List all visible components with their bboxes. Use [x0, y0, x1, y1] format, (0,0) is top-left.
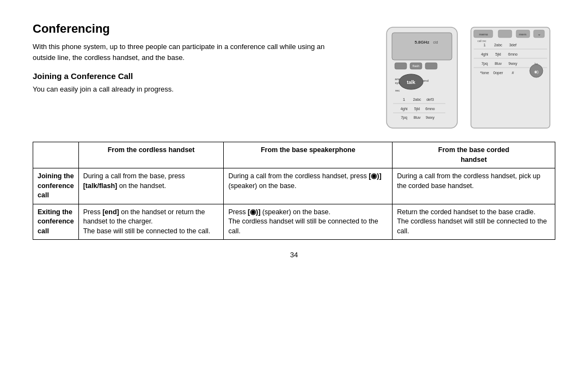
svg-text:mem: mem [519, 33, 526, 36]
cell-exiting-base-corded: Return the corded handset to the base cr… [393, 204, 555, 240]
text-content: Conferencing With this phone system, up … [33, 22, 348, 95]
svg-text:7pq: 7pq [481, 62, 488, 66]
svg-rect-1 [392, 33, 452, 60]
table-header-cordless: From the cordless handset [78, 142, 224, 168]
subheading: Joining a Conference Call [33, 71, 348, 81]
row-label-joining: Joining theconferencecall [33, 168, 79, 204]
svg-text:5.8GHz: 5.8GHz [414, 40, 429, 45]
cell-exiting-cordless: Press [end] on the handset or return the… [78, 204, 224, 240]
svg-text:6mno: 6mno [425, 107, 435, 111]
table-header-base-speaker: From the base speakerphone [224, 142, 393, 168]
svg-text:2abc: 2abc [494, 43, 503, 47]
phone-image: 5.8GHz cid flash talk ans sys end rec 1 … [381, 22, 555, 131]
svg-text:def3: def3 [426, 98, 434, 101]
svg-text:#: # [512, 71, 514, 75]
svg-text:8tuv: 8tuv [413, 116, 421, 119]
table-row-exiting: Exiting theconferencecall Press [end] on… [33, 204, 555, 240]
svg-text:call rec: call rec [477, 39, 486, 43]
svg-text:0oper: 0oper [493, 71, 504, 75]
svg-rect-45 [498, 30, 512, 38]
svg-text:8tuv: 8tuv [494, 62, 502, 65]
svg-text:7pq: 7pq [401, 116, 407, 120]
svg-text:*tone: *tone [480, 71, 489, 75]
svg-rect-4 [395, 63, 407, 69]
svg-text:ans: ans [395, 77, 400, 81]
svg-text:sys: sys [395, 81, 400, 84]
svg-text:6mno: 6mno [508, 52, 518, 56]
svg-text:fax: fax [535, 62, 538, 65]
svg-text:flash: flash [413, 64, 420, 68]
header-section: Conferencing With this phone system, up … [33, 22, 555, 131]
cell-joining-base-speaker: During a call from the cordless handset,… [224, 168, 393, 204]
table-row-joining: Joining theconferencecall During a call … [33, 168, 555, 204]
table-header-base-corded: From the base cordedhandset [393, 142, 555, 168]
page-number: 34 [33, 251, 555, 259]
svg-text:5jkl: 5jkl [414, 107, 420, 111]
row-label-exiting: Exiting theconferencecall [33, 204, 79, 240]
page-container: Conferencing With this phone system, up … [33, 22, 555, 259]
intro-text: With this phone system, up to three peop… [33, 41, 348, 63]
svg-text:3def: 3def [509, 43, 517, 47]
svg-text:1: 1 [403, 97, 406, 102]
page-title: Conferencing [33, 22, 348, 36]
svg-text:⌄: ⌄ [537, 32, 541, 37]
svg-text:talk: talk [407, 80, 416, 85]
svg-text:4ghi: 4ghi [400, 107, 408, 111]
cell-joining-base-corded: During a call from the cordless handset,… [393, 168, 555, 204]
svg-rect-7 [425, 63, 437, 69]
svg-text:2abc: 2abc [413, 98, 421, 101]
svg-text:1: 1 [483, 43, 486, 47]
svg-text:9wxy: 9wxy [426, 116, 434, 120]
conference-table: From the cordless handset From the base … [33, 142, 555, 240]
svg-text:9wxy: 9wxy [509, 62, 517, 66]
svg-text:◉): ◉) [534, 70, 538, 74]
svg-text:memo: memo [479, 33, 488, 36]
svg-text:cid: cid [433, 40, 438, 44]
sub-text: You can easily join a call already in pr… [33, 84, 348, 95]
svg-text:5jkl: 5jkl [495, 52, 501, 57]
table-header-empty [33, 142, 79, 168]
cell-joining-cordless: During a call from the base, press [talk… [78, 168, 224, 204]
svg-text:rec: rec [395, 89, 400, 92]
svg-text:4ghi: 4ghi [481, 52, 488, 57]
svg-text:end: end [423, 79, 428, 82]
cell-exiting-base-speaker: Press [◉)] (speaker) on the base. The co… [224, 204, 393, 240]
